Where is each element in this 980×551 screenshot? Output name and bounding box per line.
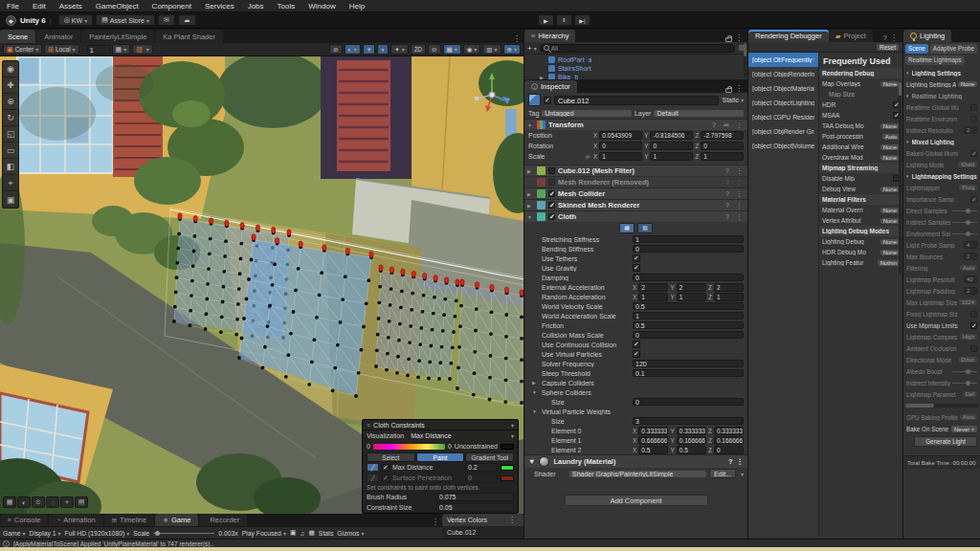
transform-header[interactable]: Transform xyxy=(548,121,707,129)
component-header[interactable]: Mesh Renderer (Removed) ? ⋮ xyxy=(524,176,747,187)
cloth-property-row[interactable]: World Acceleration Scale 1 X Y Z xyxy=(524,311,747,320)
component-enabled-checkbox[interactable]: ✓ xyxy=(548,213,555,220)
vertex-colors-tab[interactable]: Vertex Colors⋮ xyxy=(442,514,523,526)
account-button[interactable]: ◎KW▾ xyxy=(58,14,93,26)
add-component-button[interactable]: Add Component xyxy=(565,495,708,506)
pivot-mode-button[interactable]: ▣Center▾ xyxy=(3,44,42,55)
mail-icon[interactable]: ✉ xyxy=(158,14,175,26)
tag-dropdown[interactable]: Untagged xyxy=(542,110,632,117)
debugger-scrollbar[interactable] xyxy=(899,82,902,274)
slider[interactable] xyxy=(952,208,977,214)
y-field[interactable]: 1 xyxy=(650,152,693,161)
component-menu-icon[interactable]: ⋮ xyxy=(734,202,745,209)
hidden-objects-icon[interactable]: ⊙ xyxy=(428,44,440,55)
lighting-row[interactable]: Realtime Lighting xyxy=(903,90,980,101)
display-target-dropdown[interactable]: Game▾ xyxy=(3,530,26,537)
component-menu-icon[interactable]: ⋮ xyxy=(734,167,745,175)
asset-store-button[interactable]: ▤Asset Store▾ xyxy=(96,14,155,26)
help-icon[interactable]: ? xyxy=(724,202,731,209)
debugger-row[interactable]: Overdraw Mod None xyxy=(819,152,902,163)
hierarchy-menu-icon[interactable]: ⋮ xyxy=(732,33,746,42)
debugger-row[interactable]: Lighting Debug Modes xyxy=(819,226,902,236)
y-field[interactable]: -0.8184506 xyxy=(650,131,693,140)
cloth-property-row[interactable]: Size 3 X Y Z xyxy=(524,416,747,426)
debugger-row[interactable]: Lighting Debug None xyxy=(819,236,902,247)
component-header[interactable]: ▶ ✓ Skinned Mesh Renderer ? ⋮ xyxy=(524,199,747,210)
component-header[interactable]: ▼ ✓ Cloth ? ⋮ xyxy=(524,210,747,222)
grid-size-field[interactable]: 1 xyxy=(87,45,110,55)
hierarchy-tab[interactable]: ≡Hierarchy xyxy=(524,30,575,42)
visualization-caret-icon[interactable]: ▾ xyxy=(511,432,514,439)
cloth-property-row[interactable]: Use Tethers ✓ X Y Z xyxy=(524,253,747,263)
bottom-tab[interactable]: Recorder xyxy=(199,514,247,526)
z-field[interactable]: 1 xyxy=(701,152,744,161)
cloth-property-row[interactable]: Bending Stiffness 0 X Y Z xyxy=(524,244,747,253)
presets-icon[interactable]: ≔ xyxy=(721,121,731,129)
bottom-tabs-menu-icon[interactable]: ⋮ xyxy=(429,518,442,526)
audio-toggle-icon[interactable]: ◗ xyxy=(377,44,389,55)
rect-tool[interactable]: ▭ xyxy=(3,143,18,159)
cloth-property-row[interactable]: Use Gravity ✓ X Y Z xyxy=(524,263,747,273)
surface-penetration-checkbox[interactable]: ✓ xyxy=(382,474,390,482)
scene-tab[interactable]: Animator xyxy=(36,30,80,43)
debugger-row[interactable]: HDR Debug Mo None xyxy=(819,247,902,257)
project-tab[interactable]: ▰Project xyxy=(829,30,873,42)
lighting-toggle-icon[interactable]: ☀ xyxy=(363,44,376,55)
static-dropdown[interactable]: Static▾ xyxy=(722,97,744,103)
stats-button[interactable]: Stats xyxy=(319,530,334,537)
scene-tab[interactable]: Scene xyxy=(0,30,35,43)
orientation-overlay-icon[interactable]: ⊙ xyxy=(32,496,45,508)
hierarchy-item[interactable]: StairsShort xyxy=(524,64,747,73)
component-menu-icon[interactable]: ⋮ xyxy=(734,213,745,221)
menu-item[interactable]: Services xyxy=(198,2,241,11)
component-enabled-checkbox[interactable]: ✓ xyxy=(548,190,555,197)
lighting-row[interactable]: Environment Sam xyxy=(903,228,980,239)
lighting-row[interactable]: Mixed Lighting xyxy=(903,136,980,147)
active-checkbox[interactable]: ✓ xyxy=(544,97,551,104)
debugger-nav-item[interactable]: [object Object]Volume xyxy=(748,139,818,153)
view-tool[interactable]: ◉ xyxy=(3,61,18,77)
lighting-row[interactable]: Lighting Settings A None None xyxy=(903,78,980,90)
debugger-row[interactable]: Post-processin Auto xyxy=(819,131,902,142)
slider[interactable] xyxy=(952,219,977,226)
z-field[interactable]: 0 xyxy=(701,142,744,150)
scene-tab[interactable]: Ka Plant Shader xyxy=(155,30,223,43)
rendering-debugger-tab[interactable]: Rendering Debugger xyxy=(748,30,829,42)
lighting-row[interactable]: Indirect Resolutio 2 2 xyxy=(903,124,980,136)
debugger-menu-icon[interactable]: ⋮ xyxy=(887,33,901,42)
measure-overlay-icon[interactable]: ⌖ xyxy=(60,496,74,508)
mute-audio-icon[interactable]: ♫ xyxy=(300,530,304,537)
help-icon[interactable]: ? xyxy=(724,179,731,186)
menu-item[interactable]: Jobs xyxy=(241,2,271,11)
component-header[interactable]: ▶ ✓ Mesh Collider ? ⋮ xyxy=(524,187,747,199)
help-icon[interactable]: ? xyxy=(724,190,731,197)
lighting-row[interactable]: Lightmap Padding 2 2 xyxy=(903,285,980,297)
gizmo-dropdown-icon[interactable]: ⊕▾ xyxy=(503,44,521,55)
component-enabled-checkbox[interactable]: ✓ xyxy=(548,202,555,209)
layer-dropdown[interactable]: Default xyxy=(654,110,744,117)
cloth-property-row[interactable]: Friction 0.5 X Y Z xyxy=(524,320,747,330)
constraint-size-field[interactable]: 0.05 xyxy=(436,503,514,512)
lighting-row[interactable]: Lightmap Compres High High xyxy=(903,331,980,342)
hand-tool[interactable]: ✚ xyxy=(3,77,18,94)
cloth-property-row[interactable]: Solver Frequency 120 X Y Z xyxy=(524,359,747,368)
lighting-row[interactable]: Lightmapping Settings xyxy=(903,170,980,182)
capture-icon[interactable]: ▣ xyxy=(290,529,296,537)
cloth-property-row[interactable]: Element 2 X0.5 Y0.5 Z0 xyxy=(524,445,747,454)
scene-tab[interactable]: PainterlyLitSimple xyxy=(81,30,154,43)
surface-brush-icon[interactable]: ╱ xyxy=(367,474,379,482)
space-mode-button[interactable]: ⊞Local▾ xyxy=(44,44,78,55)
max-distance-swatch[interactable] xyxy=(501,465,514,471)
cloud-icon[interactable]: ☁ xyxy=(178,14,196,26)
overlay-visibility-icon[interactable]: ◉▾ xyxy=(463,44,481,55)
display-dropdown[interactable]: Display 1▾ xyxy=(30,530,61,537)
hierarchy-item[interactable]: RoofPart_a xyxy=(524,55,747,64)
custom-tool[interactable]: ▣ xyxy=(3,191,18,208)
inspector-tab[interactable]: iInspector xyxy=(524,80,577,93)
grid-visibility-icon[interactable]: ▦▾ xyxy=(443,44,461,55)
max-distance-field[interactable]: 0.2 xyxy=(465,463,498,472)
debugger-nav-item[interactable]: [object Object]GPU Resident Drawer xyxy=(748,110,818,124)
material-name[interactable]: Laundry (Material) xyxy=(553,457,724,466)
cloth-property-row[interactable]: Collision Mass Scale 0 X Y Z xyxy=(524,330,747,340)
lighting-row[interactable]: Directional Mode Direc Direc xyxy=(903,354,980,365)
